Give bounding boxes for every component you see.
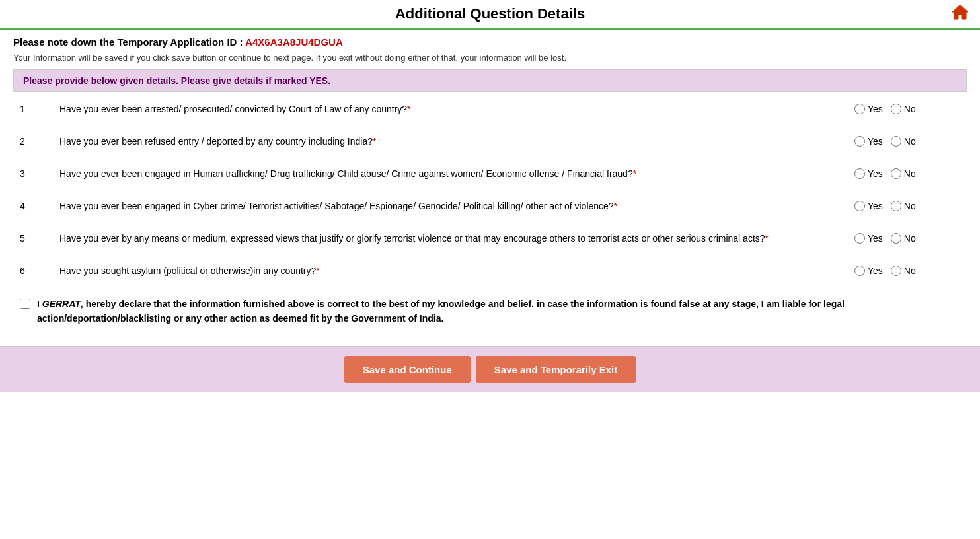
header-bar: Additional Question Details <box>0 0 980 30</box>
questions-section: 1 Have you ever been arrested/ prosecute… <box>13 102 967 278</box>
footer-bar: Save and Continue Save and Temporarily E… <box>0 346 980 392</box>
question-row-3: 3 Have you ever been engaged in Human tr… <box>20 167 960 181</box>
radio-no-4[interactable]: No <box>891 201 916 211</box>
radio-yes-label-5: Yes <box>868 233 883 244</box>
declaration-name: GERRAT <box>42 299 81 309</box>
radio-yes-5[interactable]: Yes <box>854 233 883 244</box>
q-num-6: 6 <box>20 264 59 276</box>
radio-input-no-1[interactable] <box>891 104 901 114</box>
radio-yes-3[interactable]: Yes <box>854 168 883 179</box>
temp-id-value: A4X6A3A8JU4DGUA <box>245 36 343 48</box>
radio-input-no-2[interactable] <box>891 136 901 147</box>
question-row-6: 6 Have you sought asylum (political or o… <box>20 264 960 278</box>
radio-no-5[interactable]: No <box>891 233 916 244</box>
radio-yes-label-1: Yes <box>868 104 883 114</box>
radio-no-3[interactable]: No <box>891 168 916 179</box>
radio-no-label-1: No <box>904 104 916 114</box>
radio-input-no-3[interactable] <box>891 168 901 179</box>
radio-yes-4[interactable]: Yes <box>854 201 883 211</box>
radio-no-label-6: No <box>904 266 916 276</box>
page-wrapper: Additional Question Details Please note … <box>0 0 980 539</box>
q-text-5: Have you ever by any means or medium, ex… <box>59 232 854 246</box>
radio-input-yes-6[interactable] <box>854 266 865 276</box>
temp-id-label: Please note down the Temporary Applicati… <box>13 36 243 48</box>
q-text-4: Have you ever been engaged in Cyber crim… <box>59 199 854 213</box>
q-text-3: Have you ever been engaged in Human traf… <box>59 167 854 181</box>
q-text-1: Have you ever been arrested/ prosecuted/… <box>59 102 854 116</box>
q-options-1: Yes No <box>854 102 960 114</box>
required-asterisk-1: * <box>407 104 410 114</box>
radio-no-label-4: No <box>904 201 916 211</box>
q-options-5: Yes No <box>854 232 960 244</box>
declaration-checkbox[interactable] <box>20 299 30 309</box>
declaration-label[interactable]: I GERRAT, hereby declare that the inform… <box>20 297 960 326</box>
page-title: Additional Question Details <box>395 5 585 22</box>
radio-input-no-5[interactable] <box>891 233 901 244</box>
question-row-5: 5 Have you ever by any means or medium, … <box>20 232 960 246</box>
question-row-4: 4 Have you ever been engaged in Cyber cr… <box>20 199 960 213</box>
required-asterisk-2: * <box>373 136 376 147</box>
required-asterisk-5: * <box>765 233 769 244</box>
radio-input-no-6[interactable] <box>891 266 901 276</box>
radio-no-label-3: No <box>904 168 916 179</box>
required-asterisk-4: * <box>614 201 617 211</box>
home-icon[interactable] <box>951 3 969 25</box>
q-num-2: 2 <box>20 135 59 147</box>
radio-no-1[interactable]: No <box>891 104 916 114</box>
radio-input-yes-2[interactable] <box>854 136 865 147</box>
temp-id-line: Please note down the Temporary Applicati… <box>13 36 967 48</box>
radio-yes-label-6: Yes <box>868 266 883 276</box>
q-options-6: Yes No <box>854 264 960 276</box>
radio-no-2[interactable]: No <box>891 136 916 147</box>
q-num-3: 3 <box>20 167 59 179</box>
q-options-3: Yes No <box>854 167 960 179</box>
q-num-5: 5 <box>20 232 59 244</box>
q-text-2: Have you ever been refused entry / depor… <box>59 135 854 149</box>
save-continue-button[interactable]: Save and Continue <box>344 356 471 383</box>
instruction-bar: Please provide below given details. Plea… <box>13 69 967 92</box>
radio-yes-6[interactable]: Yes <box>854 266 883 276</box>
radio-yes-label-3: Yes <box>868 168 883 179</box>
radio-yes-2[interactable]: Yes <box>854 136 883 147</box>
declaration-text: I GERRAT, hereby declare that the inform… <box>37 297 960 326</box>
radio-input-yes-1[interactable] <box>854 104 865 114</box>
q-num-4: 4 <box>20 199 59 211</box>
radio-yes-label-4: Yes <box>868 201 883 211</box>
radio-input-yes-3[interactable] <box>854 168 865 179</box>
radio-yes-1[interactable]: Yes <box>854 104 883 114</box>
q-options-2: Yes No <box>854 135 960 147</box>
radio-input-yes-4[interactable] <box>854 201 865 211</box>
question-row-2: 2 Have you ever been refused entry / dep… <box>20 135 960 149</box>
radio-no-label-2: No <box>904 136 916 147</box>
q-text-6: Have you sought asylum (political or oth… <box>59 264 854 278</box>
required-asterisk-6: * <box>316 266 319 276</box>
save-exit-button[interactable]: Save and Temporarily Exit <box>476 356 636 383</box>
radio-no-6[interactable]: No <box>891 266 916 276</box>
radio-input-yes-5[interactable] <box>854 233 865 244</box>
info-text: Your Information will be saved if you cl… <box>13 53 967 63</box>
radio-yes-label-2: Yes <box>868 136 883 147</box>
q-num-1: 1 <box>20 102 59 114</box>
svg-marker-0 <box>952 5 968 19</box>
q-options-4: Yes No <box>854 199 960 211</box>
content-area: Please note down the Temporary Applicati… <box>0 30 980 346</box>
question-row-1: 1 Have you ever been arrested/ prosecute… <box>20 102 960 116</box>
required-asterisk-3: * <box>633 168 636 179</box>
declaration-section: I GERRAT, hereby declare that the inform… <box>13 297 967 326</box>
radio-input-no-4[interactable] <box>891 201 901 211</box>
radio-no-label-5: No <box>904 233 916 244</box>
